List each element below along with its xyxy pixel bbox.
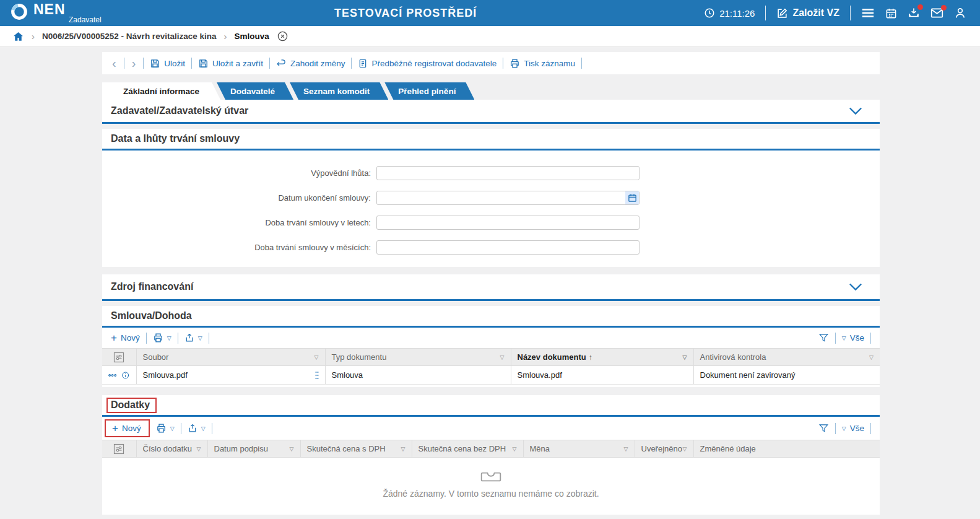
preregister-supplier-button[interactable]: Předběžně registrovat dodavatele — [358, 58, 497, 69]
column-filter-icon[interactable]: ▽ — [314, 354, 319, 360]
field-label: Doba trvání smlouvy v měsících: — [102, 243, 376, 252]
section-zadavatel: Zadavatel/Zadavatelský útvar — [102, 100, 880, 124]
printer-icon — [153, 333, 163, 343]
vypovedni-lhuta-input[interactable] — [376, 166, 640, 180]
column-header-uverejneno[interactable]: Uveřejněno▽ — [635, 440, 693, 458]
tab-dodavatele[interactable]: Dodavatelé — [217, 82, 293, 100]
column-filter-icon[interactable]: ▽ — [513, 446, 517, 452]
print-record-button[interactable]: Tisk záznamu — [510, 58, 575, 69]
new-amendment-button[interactable]: + Nový — [112, 423, 141, 434]
save-button[interactable]: Uložit — [150, 58, 185, 69]
save-icon — [150, 58, 160, 69]
table-row[interactable]: Smlouva.pdf Smlouva Smlouva.pdf Dokument… — [102, 366, 880, 385]
dropdown-arrow-icon: ▽ — [842, 425, 846, 432]
dropdown-arrow-icon[interactable]: ▽ — [170, 425, 175, 432]
close-tab-button[interactable] — [277, 30, 288, 42]
expand-section-button[interactable] — [849, 107, 862, 115]
column-filter-icon[interactable]: ▽ — [500, 354, 505, 360]
column-filter-icon[interactable]: ▽ — [683, 446, 687, 452]
column-header-cislo-dodatku[interactable]: Číslo dodatku▽ — [136, 440, 207, 458]
toolbar-separator — [209, 333, 209, 344]
doba-trvani-letech-input[interactable] — [376, 216, 640, 230]
downloads-button[interactable] — [908, 7, 920, 19]
new-document-button[interactable]: + Nový — [111, 333, 140, 343]
column-filter-icon[interactable]: ▽ — [401, 446, 405, 452]
breadcrumb-separator-icon: › — [32, 31, 35, 41]
column-filter-icon[interactable]: ▽ — [290, 446, 294, 452]
print-grid-button[interactable]: ▽ — [156, 423, 175, 434]
datepicker-button[interactable] — [625, 191, 639, 204]
column-header-cena-bez-dph[interactable]: Skutečná cena bez DPH▽ — [412, 440, 523, 458]
calendar-button[interactable] — [885, 7, 897, 19]
export-grid-button[interactable]: ▽ — [188, 423, 206, 434]
column-header-nazev-dokumentu[interactable]: Název dokumentu↑▽ — [511, 349, 693, 366]
datum-ukonceni-input[interactable] — [376, 191, 640, 205]
printer-icon — [510, 58, 520, 69]
field-label: Doba trvání smlouvy v letech: — [102, 218, 376, 227]
column-filter-icon[interactable]: ▽ — [869, 354, 874, 360]
column-filter-icon[interactable]: ▽ — [624, 446, 628, 452]
column-settings-button[interactable] — [102, 440, 136, 458]
show-all-filter[interactable]: ▽ Vše — [842, 333, 864, 342]
environment-title: TESTOVACÍ PROSTŘEDÍ — [334, 7, 477, 20]
home-button[interactable] — [12, 31, 24, 42]
dropdown-arrow-icon: ▽ — [842, 335, 846, 341]
messages-button[interactable] — [930, 7, 943, 19]
empty-state: Žádné záznamy. V tomto seznamu nemáme co… — [102, 458, 880, 505]
column-settings-icon — [113, 443, 124, 455]
smlouva-grid-toolbar: + Nový ▽ ▽ — [102, 328, 880, 348]
save-and-close-button[interactable]: Uložit a zavřít — [198, 58, 263, 69]
print-grid-button[interactable]: ▽ — [153, 333, 171, 343]
plus-icon: + — [111, 333, 117, 343]
breadcrumb: › N006/25/V00005252 - Návrh revitalizace… — [0, 26, 980, 47]
toolbar-separator — [581, 58, 582, 69]
column-header-soubor[interactable]: Soubor▽ — [136, 349, 325, 366]
menu-button[interactable] — [861, 7, 875, 19]
nav-back-button[interactable]: ‹ — [111, 57, 118, 69]
tab-prehled-plneni[interactable]: Přehled plnění — [384, 82, 474, 100]
profile-button[interactable] — [954, 7, 966, 19]
column-filter-icon[interactable]: ▽ — [683, 354, 687, 360]
document-icon — [358, 58, 368, 69]
export-grid-button[interactable]: ▽ — [184, 333, 202, 343]
toolbar-separator — [212, 423, 212, 434]
drag-handle-icon[interactable] — [315, 371, 319, 380]
breadcrumb-item-procurement[interactable]: N006/25/V00005252 - Návrh revitalizace k… — [42, 32, 216, 41]
cell-typ-dokumentu: Smlouva — [325, 366, 511, 385]
tab-seznam-komodit[interactable]: Seznam komodit — [290, 82, 388, 100]
column-header-cena-s-dph[interactable]: Skutečná cena s DPH▽ — [300, 440, 412, 458]
discard-changes-button[interactable]: Zahodit změny — [276, 58, 345, 69]
column-header-zmenene-udaje[interactable]: Změněné údaje — [693, 440, 880, 458]
nav-forward-button[interactable]: › — [131, 57, 137, 69]
field-doba-trvani-mesicich: Doba trvání smlouvy v měsících: — [102, 238, 880, 256]
nen-logo[interactable]: NEN Zadavatel — [10, 2, 102, 24]
table-header-row: Číslo dodatku▽ Datum podpisu▽ Skutečná c… — [102, 440, 880, 458]
column-header-antivirova-kontrola[interactable]: Antivirová kontrola▽ — [693, 349, 880, 366]
header-divider — [850, 6, 851, 20]
plus-icon: + — [112, 423, 118, 434]
dropdown-arrow-icon[interactable]: ▽ — [201, 425, 206, 432]
user-icon — [954, 7, 966, 19]
filter-button[interactable] — [818, 333, 829, 343]
section-title: Dodatky — [111, 399, 150, 410]
printer-icon — [156, 423, 167, 434]
column-settings-button[interactable] — [102, 349, 136, 366]
edit-icon — [776, 7, 788, 19]
calendar-icon — [885, 7, 897, 19]
cell-soubor[interactable]: Smlouva.pdf — [143, 370, 188, 380]
dropdown-arrow-icon[interactable]: ▽ — [167, 335, 171, 341]
dropdown-arrow-icon[interactable]: ▽ — [198, 335, 202, 341]
row-actions-icon — [108, 373, 116, 377]
filter-funnel-icon — [818, 333, 829, 343]
expand-section-button[interactable] — [849, 282, 862, 291]
create-vz-button[interactable]: Založit VZ — [776, 7, 839, 19]
show-all-filter[interactable]: ▽ Vše — [842, 424, 864, 433]
filter-button[interactable] — [818, 423, 829, 434]
doba-trvani-mesicich-input[interactable] — [376, 240, 640, 255]
column-header-datum-podpisu[interactable]: Datum podpisu▽ — [207, 440, 300, 458]
column-header-mena[interactable]: Měna▽ — [523, 440, 635, 458]
tab-zakladni-informace[interactable]: Základní informace — [102, 82, 220, 100]
filter-funnel-icon — [818, 423, 829, 434]
column-header-typ-dokumentu[interactable]: Typ dokumentu▽ — [325, 349, 511, 366]
column-filter-icon[interactable]: ▽ — [197, 446, 201, 452]
